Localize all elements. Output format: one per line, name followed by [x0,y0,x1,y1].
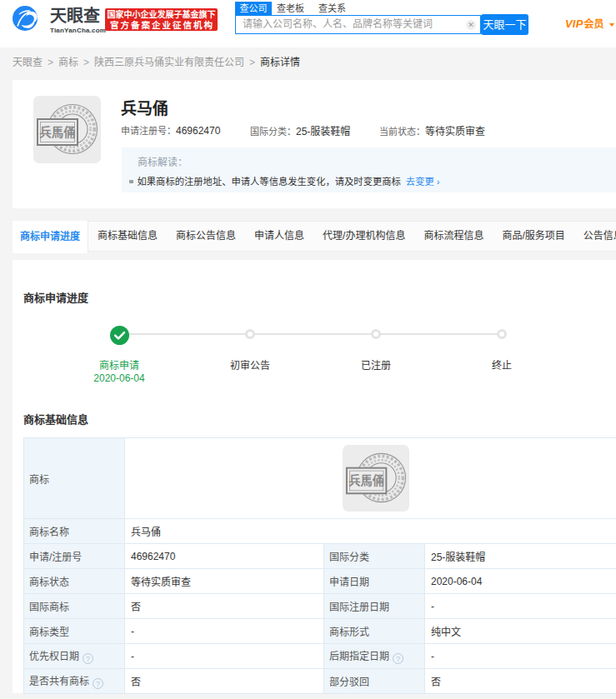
svg-text:兵馬俑: 兵馬俑 [348,473,384,487]
svg-text:兵馬俑: 兵馬俑 [39,125,76,139]
